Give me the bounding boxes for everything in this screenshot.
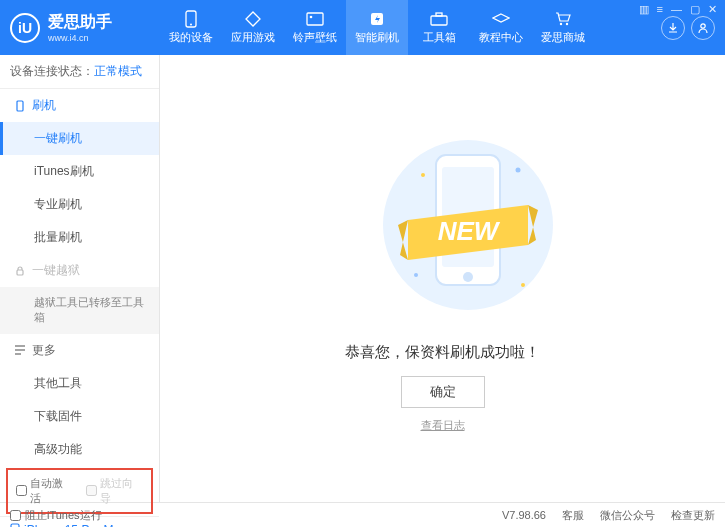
svg-rect-11 [17,270,23,275]
svg-point-21 [521,283,525,287]
svg-point-19 [515,167,520,172]
success-illustration: NEW [378,125,508,325]
connection-status: 设备连接状态：正常模式 [0,55,159,89]
sidebar-item-batch-flash[interactable]: 批量刷机 [0,221,159,254]
nav-ringtone[interactable]: 铃声壁纸 [284,0,346,55]
phone-small-icon [14,100,26,112]
maximize-icon[interactable]: ▢ [690,3,700,16]
apps-icon [244,10,262,28]
svg-rect-6 [436,13,442,16]
version-label: V7.98.66 [502,509,546,521]
svg-rect-5 [431,16,447,25]
menu-icon[interactable]: ▥ [639,3,649,16]
close-icon[interactable]: ✕ [708,3,717,16]
section-more[interactable]: 更多 [0,334,159,367]
sidebar-item-pro-flash[interactable]: 专业刷机 [0,188,159,221]
svg-point-7 [560,23,562,25]
logo-icon: iU [10,13,40,43]
sidebar: 设备连接状态：正常模式 刷机 一键刷机 iTunes刷机 专业刷机 批量刷机 一… [0,55,160,502]
view-log-link[interactable]: 查看日志 [421,418,465,433]
image-icon [306,10,324,28]
section-jailbreak: 一键越狱 [0,254,159,287]
svg-point-20 [414,273,418,277]
flash-icon [368,10,386,28]
svg-rect-10 [17,101,23,111]
top-nav: 我的设备 应用游戏 铃声壁纸 智能刷机 工具箱 教程中心 爱思商城 [160,0,661,55]
user-button[interactable] [691,16,715,40]
jailbreak-note: 越狱工具已转移至工具箱 [0,287,159,334]
lock-icon [14,265,26,277]
svg-point-16 [463,272,473,282]
sidebar-item-other-tools[interactable]: 其他工具 [0,367,159,400]
sidebar-item-oneclick-flash[interactable]: 一键刷机 [0,122,159,155]
svg-point-18 [421,173,425,177]
svg-text:NEW: NEW [437,216,500,246]
nav-apps[interactable]: 应用游戏 [222,0,284,55]
nav-smart-flash[interactable]: 智能刷机 [346,0,408,55]
main-content: NEW 恭喜您，保资料刷机成功啦！ 确定 查看日志 [160,55,725,502]
settings-icon[interactable]: ≡ [657,3,663,16]
nav-toolbox[interactable]: 工具箱 [408,0,470,55]
check-update-link[interactable]: 检查更新 [671,508,715,523]
wechat-link[interactable]: 微信公众号 [600,508,655,523]
graduation-icon [492,10,510,28]
svg-point-9 [701,23,705,27]
skip-guide-checkbox[interactable]: 跳过向导 [86,476,144,506]
svg-point-3 [310,16,313,19]
nav-my-device[interactable]: 我的设备 [160,0,222,55]
support-link[interactable]: 客服 [562,508,584,523]
app-logo: iU 爱思助手 www.i4.cn [10,12,160,43]
sidebar-item-advanced[interactable]: 高级功能 [0,433,159,466]
sidebar-item-download-fw[interactable]: 下载固件 [0,400,159,433]
minimize-icon[interactable]: — [671,3,682,16]
svg-point-8 [566,23,568,25]
svg-rect-2 [307,13,323,25]
block-itunes-checkbox[interactable]: 阻止iTunes运行 [10,508,102,523]
phone-icon [182,10,200,28]
device-icon [10,523,20,527]
ok-button[interactable]: 确定 [401,376,485,408]
more-icon [14,345,26,355]
header: iU 爱思助手 www.i4.cn 我的设备 应用游戏 铃声壁纸 智能刷机 工具… [0,0,725,55]
section-flash[interactable]: 刷机 [0,89,159,122]
svg-point-1 [190,24,192,26]
app-url: www.i4.cn [48,33,112,43]
download-button[interactable] [661,16,685,40]
app-name: 爱思助手 [48,12,112,33]
nav-store[interactable]: 爱思商城 [532,0,594,55]
sidebar-item-itunes-flash[interactable]: iTunes刷机 [0,155,159,188]
toolbox-icon [430,10,448,28]
cart-icon [554,10,572,28]
nav-tutorial[interactable]: 教程中心 [470,0,532,55]
success-message: 恭喜您，保资料刷机成功啦！ [345,343,540,362]
auto-activate-checkbox[interactable]: 自动激活 [16,476,74,506]
